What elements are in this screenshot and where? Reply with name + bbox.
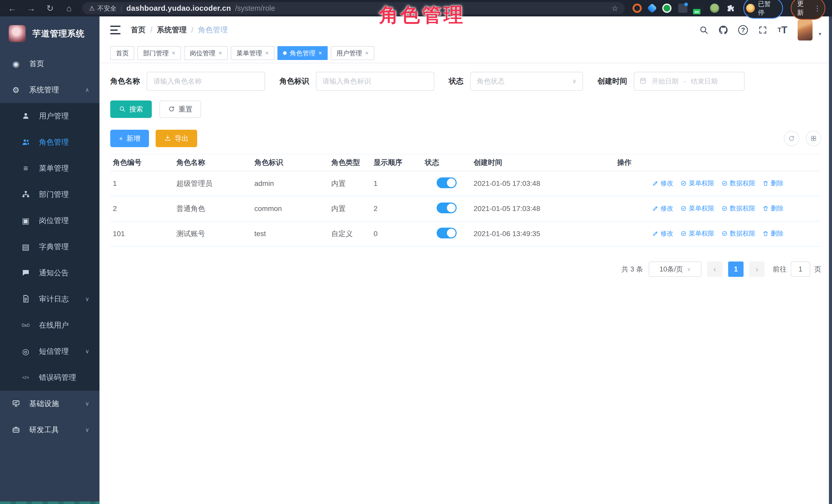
page-number-1[interactable]: 1: [728, 262, 744, 277]
sidebar-item-岗位管理[interactable]: ▣ 岗位管理: [0, 208, 100, 234]
font-size-icon[interactable]: TT: [778, 25, 787, 36]
address-bar[interactable]: ⚠ 不安全 | dashboard.yudao.iocoder.cn/syste…: [82, 2, 625, 15]
refresh-table-button[interactable]: [784, 131, 799, 146]
extensions-puzzle-icon[interactable]: [726, 3, 735, 13]
breadcrumb-home[interactable]: 首页: [131, 25, 146, 35]
edit-action[interactable]: 修改: [652, 179, 673, 187]
bookmark-star-icon[interactable]: ☆: [612, 4, 618, 13]
reload-icon[interactable]: ↻: [44, 3, 56, 13]
sidebar-item-菜单管理[interactable]: ≡ 菜单管理: [0, 155, 100, 182]
tab-角色管理[interactable]: 角色管理 ×: [278, 46, 328, 60]
table-toolbar: + 新增 导出: [110, 130, 821, 147]
close-icon[interactable]: ×: [365, 50, 369, 57]
sidebar-menu: ◉ 首页 ⚙ 系统管理 ∧ 用户管理 角色管理 ≡ 菜单管理 部: [0, 51, 100, 443]
prev-page-button[interactable]: ‹: [707, 262, 723, 277]
close-icon[interactable]: ×: [318, 50, 322, 57]
breadcrumb-system[interactable]: 系统管理: [157, 25, 187, 35]
docs-help-icon[interactable]: ?: [738, 25, 748, 35]
tab-岗位管理[interactable]: 岗位管理 ×: [184, 46, 228, 60]
page-size-select[interactable]: 10条/页 ∨: [649, 262, 702, 277]
browser-menu-icon[interactable]: ⋮: [814, 4, 821, 12]
app-title: 芋道管理系统: [32, 28, 85, 39]
close-icon[interactable]: ×: [218, 50, 222, 57]
sidebar-item-短信管理[interactable]: ◎ 短信管理 ∨: [0, 338, 100, 365]
tab-首页[interactable]: 首页: [110, 46, 134, 60]
search-button[interactable]: 搜索: [110, 101, 152, 118]
delete-action[interactable]: 删除: [762, 179, 783, 187]
sidebar-item-字典管理[interactable]: ▤ 字典管理: [0, 234, 100, 260]
export-button[interactable]: 导出: [156, 130, 197, 147]
start-date-placeholder: 开始日期: [652, 77, 678, 86]
search-icon[interactable]: [699, 25, 708, 35]
create-time-label: 创建时间: [597, 76, 627, 86]
sidebar-item-研发工具[interactable]: 研发工具 ∨: [0, 417, 100, 443]
fullscreen-icon[interactable]: [758, 25, 768, 35]
status-toggle[interactable]: [437, 228, 457, 238]
page-scrollbar[interactable]: [829, 17, 832, 504]
menu-permission-action[interactable]: 菜单权限: [680, 229, 714, 238]
browser-profile-pill[interactable]: 已暂停: [743, 0, 783, 19]
avatar-caret-icon[interactable]: ▾: [819, 31, 821, 37]
status-label: 状态: [449, 76, 464, 86]
back-icon[interactable]: ←: [7, 3, 18, 13]
sidebar-item-系统管理[interactable]: ⚙ 系统管理 ∧: [0, 77, 100, 103]
announcement-icon: [20, 268, 31, 277]
sidebar-item-部门管理[interactable]: 部门管理: [0, 182, 100, 208]
search-icon: [119, 105, 126, 113]
breadcrumb-separator: /: [191, 26, 193, 34]
sidebar-item-用户管理[interactable]: 用户管理: [0, 103, 100, 129]
close-icon[interactable]: ×: [172, 50, 175, 57]
app-logo-row[interactable]: 芋道管理系统: [0, 17, 100, 51]
tab-菜单管理[interactable]: 菜单管理 ×: [231, 46, 274, 60]
extension-icon[interactable]: on: [694, 4, 703, 13]
caret-icon: ∨: [85, 348, 89, 355]
sidebar-item-基础设施[interactable]: 基础设施 ∨: [0, 391, 100, 417]
profile-status-label: 已暂停: [758, 0, 777, 17]
extension-icon[interactable]: [632, 4, 642, 13]
role-name-input[interactable]: [147, 72, 265, 91]
delete-action[interactable]: 删除: [762, 204, 783, 213]
next-page-button[interactable]: ›: [749, 262, 764, 277]
sidebar-item-错误码管理[interactable]: </> 错误码管理: [0, 365, 100, 391]
menu-permission-action[interactable]: 菜单权限: [680, 179, 714, 187]
edit-action[interactable]: 修改: [652, 229, 673, 238]
home-icon[interactable]: ⌂: [63, 3, 75, 13]
forward-icon[interactable]: →: [26, 3, 37, 13]
column-settings-button[interactable]: [806, 131, 821, 146]
role-key-label: 角色标识: [280, 76, 309, 86]
sidebar-item-首页[interactable]: ◉ 首页: [0, 51, 100, 77]
add-button[interactable]: + 新增: [110, 130, 149, 147]
extension-icon[interactable]: [678, 4, 687, 13]
tab-用户管理[interactable]: 用户管理 ×: [331, 46, 374, 60]
goto-label: 前往: [773, 265, 787, 274]
sidebar-item-角色管理[interactable]: 角色管理: [0, 129, 100, 155]
extension-icon[interactable]: [710, 4, 719, 13]
reset-button[interactable]: 重置: [159, 101, 201, 118]
sidebar-collapse-icon[interactable]: [110, 26, 121, 34]
sidebar-item-审计日志[interactable]: 审计日志 ∨: [0, 286, 100, 312]
tab-部门管理[interactable]: 部门管理 ×: [137, 46, 181, 60]
close-icon[interactable]: ×: [265, 50, 269, 57]
sidebar-item-在线用户[interactable]: 0x0 在线用户: [0, 312, 100, 338]
dashboard-icon: ◉: [10, 59, 22, 69]
status-toggle[interactable]: [437, 178, 457, 188]
delete-action[interactable]: 删除: [762, 229, 783, 238]
role-key-input[interactable]: [316, 72, 434, 91]
data-permission-action[interactable]: 数据权限: [722, 204, 755, 213]
users-icon: [20, 138, 31, 147]
data-permission-action[interactable]: 数据权限: [722, 229, 755, 238]
edit-action[interactable]: 修改: [652, 204, 673, 213]
user-avatar[interactable]: [798, 20, 812, 41]
status-toggle[interactable]: [437, 203, 457, 213]
status-select[interactable]: 角色状态 ∨: [470, 72, 583, 91]
extension-icon[interactable]: [662, 4, 672, 13]
github-icon[interactable]: [719, 25, 728, 35]
data-permission-action[interactable]: 数据权限: [722, 179, 755, 187]
extension-icon[interactable]: [647, 3, 657, 13]
security-warning-icon[interactable]: ⚠ 不安全: [89, 4, 116, 12]
goto-page-input[interactable]: [791, 262, 810, 277]
menu-permission-action[interactable]: 菜单权限: [680, 204, 714, 213]
browser-update-button[interactable]: 更新 ⋮: [791, 0, 825, 20]
create-time-range-picker[interactable]: 开始日期 - 结束日期: [634, 72, 745, 91]
sidebar-item-通知公告[interactable]: 通知公告: [0, 260, 100, 286]
